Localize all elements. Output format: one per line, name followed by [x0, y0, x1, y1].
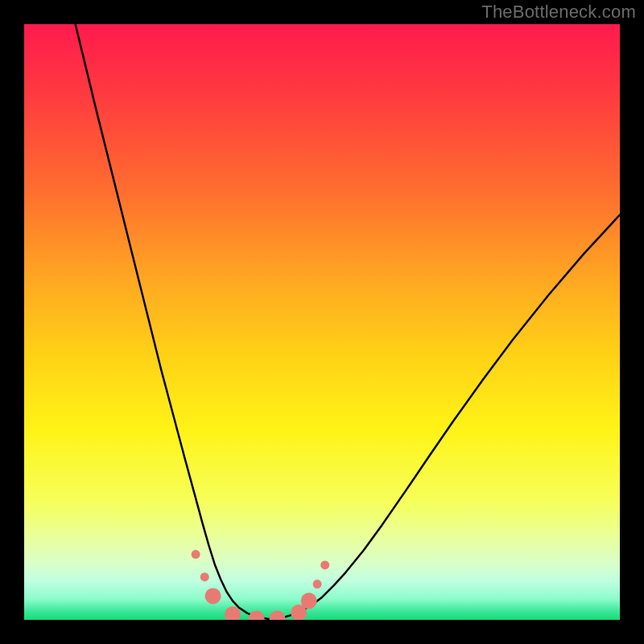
marker-dot [301, 592, 317, 609]
marker-dot [205, 588, 221, 604]
chart-background [24, 24, 620, 620]
outer-frame: TheBottleneck.com [0, 0, 644, 644]
marker-dot [313, 580, 322, 588]
chart-plot-area [24, 24, 620, 620]
marker-dot [200, 572, 209, 581]
marker-dot [320, 560, 329, 569]
marker-dot [192, 550, 200, 559]
watermark-text: TheBottleneck.com [481, 2, 636, 23]
chart-svg [24, 24, 620, 620]
